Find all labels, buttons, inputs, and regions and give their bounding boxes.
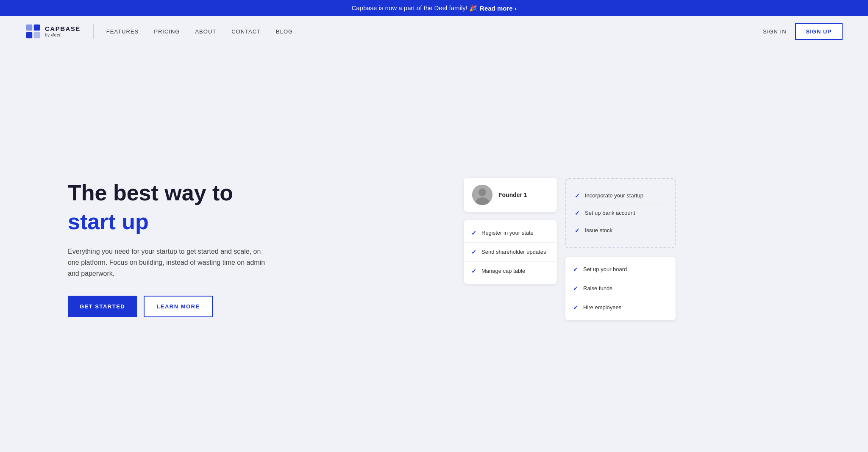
- check-icon: ✓: [573, 304, 578, 311]
- feature-label: Manage cap table: [481, 268, 525, 274]
- hero-dashboard: Founder 1 ✓ Register in your state ✓ Sen…: [297, 178, 843, 320]
- check-icon: ✓: [471, 268, 476, 275]
- nav-pricing[interactable]: PRICING: [154, 28, 180, 35]
- hero-content: The best way to start up Everything you …: [68, 180, 271, 317]
- list-item: ✓ Raise funds: [565, 279, 676, 298]
- logo-sub: by deel.: [45, 33, 81, 37]
- banner-arrow: ›: [515, 5, 517, 12]
- founder-card: Founder 1: [464, 178, 557, 212]
- dashboard-right-col: ✓ Incorporate your startup ✓ Set up bank…: [565, 178, 676, 320]
- founder-name: Founder 1: [498, 191, 527, 198]
- list-item: ✓ Set up bank account: [575, 205, 666, 222]
- check-icon: ✓: [575, 227, 580, 234]
- nav-about[interactable]: ABOUT: [195, 28, 216, 35]
- hero-description: Everything you need for your startup to …: [68, 246, 271, 279]
- check-icon: ✓: [573, 285, 578, 292]
- dashboard-dashed-card: ✓ Incorporate your startup ✓ Set up bank…: [565, 178, 676, 248]
- nav-blog[interactable]: BLOG: [276, 28, 293, 35]
- announcement-banner: Capbase is now a part of the Deel family…: [0, 0, 868, 16]
- capbase-logo-icon: [25, 24, 41, 39]
- founder-avatar: [472, 185, 492, 205]
- hero-title-line2: start up: [68, 209, 271, 235]
- sign-in-button[interactable]: SIGN IN: [763, 28, 786, 35]
- svg-point-5: [479, 189, 486, 196]
- feature-label: Send shareholder updates: [481, 249, 546, 255]
- nav-contact[interactable]: CONTACT: [231, 28, 261, 35]
- feature-label: Set up your board: [583, 266, 627, 272]
- feature-label: Raise funds: [583, 285, 612, 291]
- hero-title-line1: The best way to: [68, 180, 271, 206]
- banner-text: Capbase is now a part of the Deel family…: [351, 4, 477, 12]
- list-item: ✓ Incorporate your startup: [575, 187, 666, 205]
- list-item: ✓ Hire employees: [565, 298, 676, 317]
- check-icon: ✓: [575, 192, 580, 199]
- get-started-button[interactable]: GET STARTED: [68, 296, 137, 317]
- feature-label: Issue stock: [585, 227, 612, 233]
- check-icon: ✓: [471, 249, 476, 255]
- list-item: ✓ Manage cap table: [464, 262, 557, 280]
- svg-rect-3: [34, 32, 40, 38]
- nav-features[interactable]: FEATURES: [106, 28, 139, 35]
- feature-label: Incorporate your startup: [585, 192, 643, 199]
- svg-rect-2: [34, 25, 40, 31]
- list-item: ✓ Send shareholder updates: [464, 243, 557, 262]
- feature-label: Hire employees: [583, 304, 621, 311]
- feature-label: Register in your state: [481, 230, 534, 236]
- dashboard-left-col: Founder 1 ✓ Register in your state ✓ Sen…: [464, 178, 557, 284]
- svg-rect-0: [26, 25, 32, 31]
- svg-rect-1: [26, 32, 32, 38]
- feature-label: Set up bank account: [585, 210, 635, 216]
- banner-link-label: Read more: [480, 5, 513, 12]
- check-icon: ✓: [471, 230, 476, 236]
- navbar: CAPBASE by deel. FEATURES PRICING ABOUT …: [0, 16, 868, 47]
- dashboard-solid-card: ✓ Set up your board ✓ Raise funds ✓ Hire…: [565, 257, 676, 320]
- hero-buttons: GET STARTED LEARN MORE: [68, 296, 271, 317]
- sign-up-button[interactable]: SIGN UP: [795, 23, 843, 40]
- banner-link[interactable]: Read more ›: [480, 5, 517, 12]
- nav-divider: [93, 24, 94, 39]
- learn-more-button[interactable]: LEARN MORE: [144, 296, 212, 317]
- dashboard-left-features: ✓ Register in your state ✓ Send sharehol…: [464, 220, 557, 284]
- check-icon: ✓: [573, 266, 578, 273]
- hero-section: The best way to start up Everything you …: [0, 47, 868, 451]
- list-item: ✓ Register in your state: [464, 224, 557, 243]
- check-icon: ✓: [575, 210, 580, 216]
- logo-link[interactable]: CAPBASE by deel.: [25, 24, 81, 39]
- list-item: ✓ Issue stock: [575, 222, 666, 239]
- logo-name: CAPBASE: [45, 25, 81, 33]
- nav-links: FEATURES PRICING ABOUT CONTACT BLOG: [106, 28, 293, 35]
- nav-right: SIGN IN SIGN UP: [763, 23, 843, 40]
- list-item: ✓ Set up your board: [565, 260, 676, 279]
